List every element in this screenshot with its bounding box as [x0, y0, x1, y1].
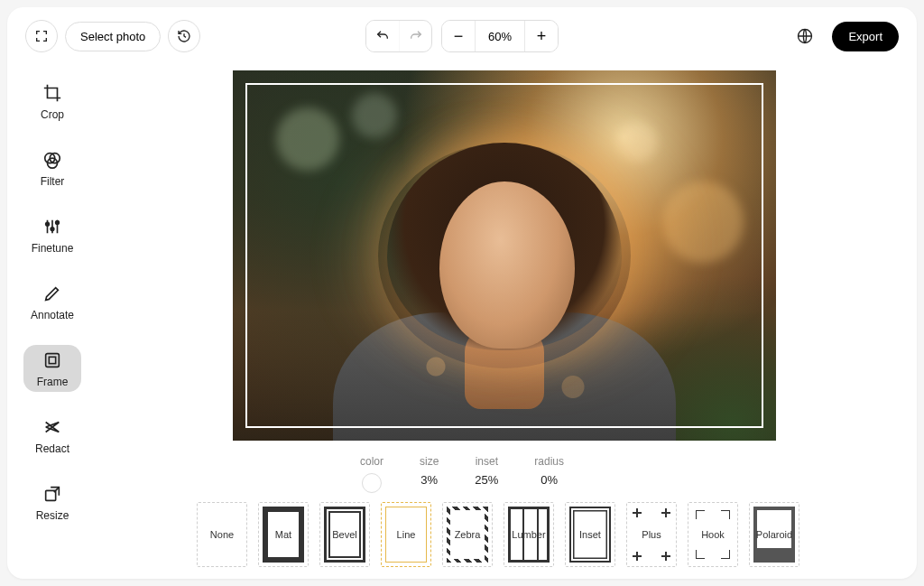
tool-crop-label: Crop [41, 108, 64, 121]
canvas[interactable] [233, 70, 776, 441]
photo-preview [233, 70, 776, 441]
history-button[interactable] [168, 20, 200, 52]
frame-style-inset-label: Inset [579, 529, 601, 540]
frame-style-zebra[interactable]: Zebra [442, 502, 493, 567]
history-icon [177, 29, 191, 43]
frame-style-plus[interactable]: Plus [626, 502, 677, 567]
tool-annotate[interactable]: Annotate [23, 278, 81, 325]
param-radius[interactable]: radius 0% [534, 455, 564, 493]
zoom-value[interactable]: 60% [475, 21, 525, 51]
frame-icon [42, 350, 62, 370]
param-size-value: 3% [420, 473, 438, 487]
undo-button[interactable] [366, 21, 399, 51]
tool-resize-label: Resize [36, 509, 69, 522]
frame-style-mat[interactable]: Mat [258, 502, 309, 567]
svg-point-6 [56, 221, 60, 225]
zoom-in-button[interactable]: + [525, 21, 558, 51]
param-size[interactable]: size 3% [420, 455, 439, 493]
redact-icon [42, 417, 62, 437]
svg-point-4 [46, 222, 50, 226]
frame-style-hook-label: Hook [701, 529, 725, 540]
tool-finetune-label: Finetune [32, 242, 74, 255]
tool-resize[interactable]: Resize [23, 479, 81, 526]
topbar-left: Select photo [25, 20, 200, 52]
param-inset-value: 25% [475, 473, 498, 487]
svg-rect-8 [49, 357, 55, 363]
svg-point-5 [51, 228, 54, 231]
param-inset[interactable]: inset 25% [475, 455, 498, 493]
subject-face [439, 181, 575, 349]
frame-style-line-label: Line [397, 529, 416, 540]
filter-icon [42, 150, 62, 170]
param-size-label: size [420, 455, 439, 468]
frame-style-plus-label: Plus [642, 529, 661, 540]
bokeh-spot [276, 107, 339, 171]
finetune-icon [42, 217, 62, 237]
select-photo-button[interactable]: Select photo [65, 22, 161, 51]
tool-redact-label: Redact [35, 442, 69, 455]
topbar: Select photo − 60% + [7, 7, 917, 65]
undo-redo-group [365, 20, 432, 52]
fullscreen-button[interactable] [25, 20, 58, 52]
frame-style-none[interactable]: None [197, 502, 247, 567]
undo-icon [375, 29, 390, 43]
tool-filter[interactable]: Filter [23, 144, 81, 191]
param-color[interactable]: color [360, 455, 383, 493]
frame-style-lumber[interactable]: Lumber [504, 502, 554, 567]
frame-style-mat-label: Mat [275, 529, 291, 540]
bokeh-spot [662, 181, 744, 263]
tool-crop[interactable]: Crop [23, 78, 81, 125]
topbar-right: Export [789, 20, 899, 52]
tool-redact[interactable]: Redact [23, 412, 81, 459]
tool-frame[interactable]: Frame [23, 345, 81, 392]
frame-style-lumber-label: Lumber [512, 529, 545, 540]
zoom-out-button[interactable]: − [442, 21, 475, 51]
tool-annotate-label: Annotate [31, 309, 74, 321]
annotate-icon [42, 284, 62, 303]
tool-sidebar: Crop Filter Finetune Annotate Frame Reda… [20, 78, 85, 526]
redo-button[interactable] [399, 21, 431, 51]
tool-frame-label: Frame [37, 376, 69, 388]
frame-style-inset[interactable]: Inset [565, 502, 615, 567]
color-swatch[interactable] [362, 473, 382, 493]
frame-style-polaroid[interactable]: Polaroid [749, 502, 799, 567]
topbar-center: − 60% + [365, 20, 559, 52]
param-radius-label: radius [534, 455, 564, 468]
frame-style-zebra-label: Zebra [455, 529, 481, 540]
frame-parameters: color size 3% inset 25% radius 0% [360, 455, 564, 493]
frame-style-polaroid-label: Polaroid [756, 529, 792, 540]
param-radius-value: 0% [541, 473, 558, 487]
frame-style-bevel-label: Bevel [332, 529, 357, 540]
svg-rect-7 [46, 354, 60, 367]
crop-icon [42, 83, 62, 103]
portrait-subject [342, 123, 667, 441]
language-button[interactable] [789, 20, 821, 52]
frame-style-none-label: None [210, 529, 234, 540]
param-inset-label: inset [476, 455, 498, 468]
frame-style-bevel[interactable]: Bevel [319, 502, 370, 567]
globe-icon [796, 27, 814, 45]
frame-style-line[interactable]: Line [381, 502, 431, 567]
resize-icon [42, 484, 62, 504]
frame-style-hook[interactable]: Hook [688, 502, 738, 567]
zoom-group: − 60% + [441, 20, 559, 52]
export-button[interactable]: Export [832, 22, 899, 51]
tool-filter-label: Filter [41, 175, 65, 188]
tool-finetune[interactable]: Finetune [23, 211, 81, 258]
param-color-label: color [360, 455, 383, 468]
fullscreen-icon [34, 29, 49, 43]
redo-icon [408, 29, 422, 43]
frame-style-strip: None Mat Bevel Line Zebra Lumber Inset [197, 502, 808, 567]
editor-app: Select photo − 60% + [7, 7, 917, 579]
